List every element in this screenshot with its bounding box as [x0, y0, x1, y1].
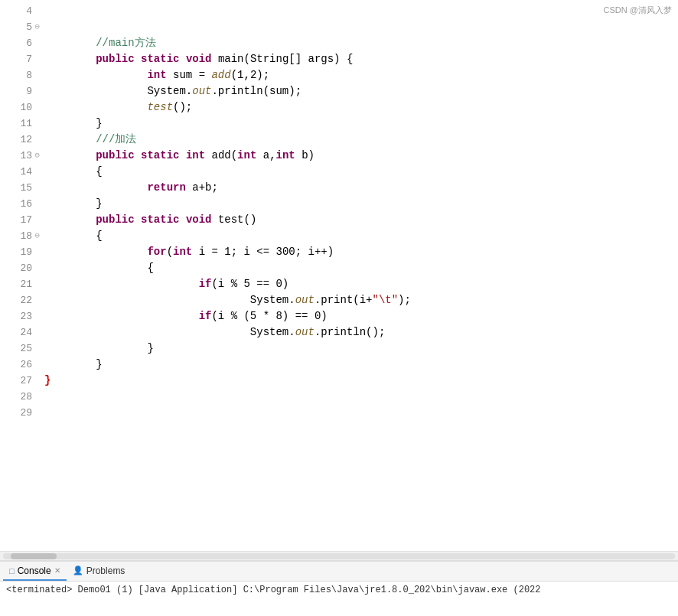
code-line-14: {: [44, 164, 678, 180]
console-content: <terminated> Demo01 (1) [Java Applicatio…: [0, 582, 678, 598]
code-line-23: System.out.print(i+"\t");: [44, 292, 678, 308]
code-container: 4567891011121314151617181920212223242526…: [0, 0, 678, 551]
code-line-12: ///加法: [44, 132, 678, 148]
line-number-14: 14: [6, 164, 32, 180]
code-line-9: test();: [44, 99, 678, 116]
line-number-26: 26: [6, 357, 32, 373]
code-line-22: if(i % 5 == 0): [44, 276, 678, 292]
line-numbers: 4567891011121314151617181920212223242526…: [0, 0, 38, 551]
line-number-8: 8: [6, 67, 32, 83]
line-number-28: 28: [6, 389, 32, 405]
code-lines[interactable]: //main方法 public static void main(String[…: [38, 0, 678, 551]
editor-area: 4567891011121314151617181920212223242526…: [0, 0, 678, 551]
problems-tab-label: Problems: [86, 565, 125, 576]
line-number-13: 13: [6, 148, 32, 164]
line-number-24: 24: [6, 324, 32, 341]
problems-tab-icon: 👤: [73, 565, 83, 575]
line-number-16: 16: [6, 196, 32, 212]
code-line-7: System.out.println(sum);: [44, 83, 678, 99]
code-line-10: }: [44, 116, 678, 132]
console-tab-label: Console: [18, 565, 51, 576]
line-number-27: 27: [6, 373, 32, 389]
code-line-20: for(int i = 1; i <= 300; i++): [44, 244, 678, 260]
code-line-26: }: [44, 341, 678, 357]
line-number-12: 12: [6, 132, 32, 148]
line-number-19: 19: [6, 244, 32, 260]
line-number-22: 22: [6, 292, 32, 308]
console-tab-close[interactable]: ✕: [54, 566, 60, 575]
line-number-17: 17: [6, 212, 32, 228]
console-tabs: □Console✕👤Problems: [0, 562, 678, 582]
code-line-16: }: [44, 196, 678, 212]
line-number-20: 20: [6, 260, 32, 276]
code-line-28: }: [44, 373, 678, 389]
console-tab-icon: □: [9, 566, 15, 575]
code-line-15: return a+b;: [44, 180, 678, 196]
line-number-23: 23: [6, 308, 32, 324]
line-number-25: 25: [6, 341, 32, 357]
code-line-24: if(i % (5 * 8) == 0): [44, 308, 678, 324]
line-number-18: 18: [6, 228, 32, 244]
code-line-19: {: [44, 228, 678, 244]
scrollbar-track[interactable]: [3, 553, 675, 559]
line-number-29: 29: [6, 405, 32, 421]
code-line-25: System.out.println();: [44, 324, 678, 341]
watermark: CSDN @清风入梦: [604, 5, 672, 16]
line-number-10: 10: [6, 99, 32, 116]
code-line-4: //main方法: [44, 35, 678, 51]
code-line-6: int sum = add(1,2);: [44, 67, 678, 83]
code-line-18: public static void test(): [44, 212, 678, 228]
console-tab-problems[interactable]: 👤Problems: [67, 562, 132, 581]
line-number-5: 5: [6, 19, 32, 35]
line-number-6: 6: [6, 35, 32, 51]
code-line-27: }: [44, 357, 678, 373]
line-number-15: 15: [6, 180, 32, 196]
line-number-7: 7: [6, 51, 32, 67]
line-number-4: 4: [6, 3, 32, 19]
scrollbar-area[interactable]: [0, 551, 678, 560]
scrollbar-thumb[interactable]: [11, 553, 57, 559]
console-tab-console[interactable]: □Console✕: [3, 562, 67, 581]
line-number-21: 21: [6, 276, 32, 292]
code-line-5: public static void main(String[] args) {: [44, 51, 678, 67]
line-number-9: 9: [6, 83, 32, 99]
line-number-11: 11: [6, 116, 32, 132]
terminated-line: <terminated> Demo01 (1) [Java Applicatio…: [6, 585, 672, 595]
console-area: □Console✕👤Problems <terminated> Demo01 (…: [0, 560, 678, 616]
code-line-13: public static int add(int a,int b): [44, 148, 678, 164]
code-line-21: {: [44, 260, 678, 276]
